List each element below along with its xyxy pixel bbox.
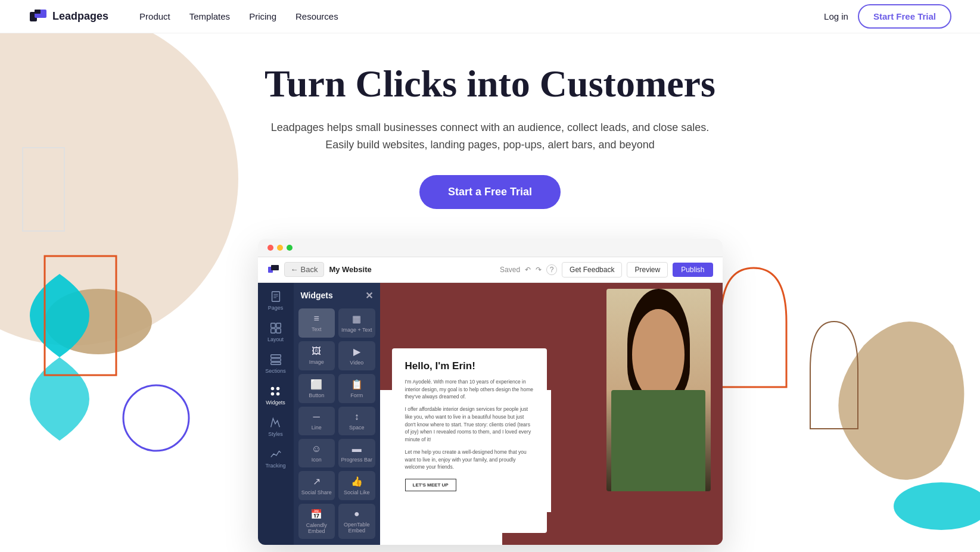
widget-line[interactable]: ─ Line [298, 407, 335, 435]
widget-video[interactable]: ▶ Video [338, 341, 375, 370]
widget-image-text[interactable]: ▦ Image + Text [338, 308, 375, 338]
image-text-widget-icon: ▦ [352, 313, 361, 325]
progress-bar-widget-icon: ▬ [352, 444, 362, 454]
browser-dots [267, 245, 293, 251]
tracking-icon [269, 448, 282, 461]
profile-photo [606, 289, 711, 491]
sidebar-widgets[interactable]: Widgets [266, 385, 285, 406]
dot-green [287, 245, 293, 251]
svg-point-5 [894, 482, 980, 530]
widget-social-share[interactable]: ↗ Social Share [298, 471, 335, 500]
svg-point-22 [271, 387, 275, 391]
svg-rect-19 [270, 355, 281, 358]
widget-space[interactable]: ↕ Space [338, 407, 375, 435]
logo-icon [29, 7, 48, 26]
site-name: My Website [329, 265, 371, 274]
help-icon[interactable]: ? [546, 264, 557, 275]
nav-start-free-trial-button[interactable]: Start Free Trial [858, 4, 951, 29]
sidebar-styles[interactable]: Styles [268, 416, 283, 437]
nav-resources[interactable]: Resources [288, 7, 346, 26]
svg-rect-15 [270, 323, 275, 328]
photo-bg [606, 289, 711, 491]
widget-button[interactable]: ⬜ Button [298, 374, 335, 403]
editor-actions: Saved ↶ ↷ ? Get Feedback Preview Publish [500, 262, 713, 277]
nav-templates[interactable]: Templates [182, 7, 237, 26]
svg-rect-11 [272, 292, 279, 302]
hello-card-title: Hello, I'm Erin! [405, 360, 534, 372]
widgets-panel: Widgets ✕ ≡ Text ▦ Image + Text [294, 283, 380, 545]
para-3: Let me help you create a well-designed h… [405, 448, 534, 471]
nav-right: Log in Start Free Trial [824, 4, 951, 29]
back-button[interactable]: ← Back [284, 262, 325, 277]
dot-red [267, 245, 273, 251]
widgets-header: Widgets ✕ [298, 290, 375, 301]
body [611, 390, 705, 491]
editor-body: Pages Layout [258, 283, 723, 545]
svg-rect-16 [276, 323, 280, 328]
login-link[interactable]: Log in [824, 11, 848, 21]
browser-mockup: ← Back My Website Saved ↶ ↷ ? Get Feedba… [258, 239, 723, 545]
sections-icon [269, 353, 282, 366]
social-like-widget-icon: 👍 [351, 476, 363, 487]
sidebar-tracking[interactable]: Tracking [265, 448, 285, 469]
page-layout: Hello, I'm Erin! I'm Ayodelé. With more … [380, 283, 723, 545]
widget-calendly[interactable]: 📅 Calendly Embed [298, 504, 335, 539]
image-widget-icon: 🖼 [312, 346, 321, 357]
get-feedback-button[interactable]: Get Feedback [562, 262, 622, 277]
hero-subtitle: Leadpages helps small businesses connect… [12, 119, 968, 154]
text-widget-icon: ≡ [314, 313, 319, 324]
sidebar-layout[interactable]: Layout [267, 322, 284, 342]
back-arrow-icon: ← [291, 265, 298, 274]
opentable-widget-icon: ● [354, 509, 360, 519]
button-widget-icon: ⬜ [310, 379, 322, 390]
hello-card: Hello, I'm Erin! I'm Ayodelé. With more … [392, 348, 547, 533]
widget-opentable[interactable]: ● OpenTable Embed [338, 504, 375, 539]
hero-title: Turn Clicks into Customers [12, 63, 968, 105]
line-widget-icon: ─ [313, 411, 320, 422]
pages-icon [269, 290, 282, 303]
icon-widget-icon: ☺ [312, 444, 321, 454]
widget-text[interactable]: ≡ Text [298, 308, 335, 338]
close-icon[interactable]: ✕ [365, 290, 373, 301]
layout-icon [269, 322, 282, 335]
widget-form[interactable]: 📋 Form [338, 374, 375, 403]
hero-cta-button[interactable]: Start a Free Trial [419, 175, 561, 209]
widgets-grid: ≡ Text ▦ Image + Text 🖼 Image [298, 308, 375, 539]
saved-status: Saved [500, 266, 520, 274]
nav-product[interactable]: Product [132, 7, 178, 26]
svg-point-1 [45, 289, 152, 354]
widget-social-like[interactable]: 👍 Social Like [338, 471, 375, 500]
lets-meet-button[interactable]: LET'S MEET UP [405, 479, 456, 491]
svg-point-24 [271, 392, 275, 396]
widget-image[interactable]: 🖼 Image [298, 341, 335, 370]
sidebar-pages[interactable]: Pages [268, 290, 284, 311]
space-widget-icon: ↕ [354, 411, 359, 422]
svg-rect-18 [276, 329, 280, 333]
editor-toolbar: ← Back My Website Saved ↶ ↷ ? Get Feedba… [258, 257, 723, 283]
page-preview: Hello, I'm Erin! I'm Ayodelé. With more … [380, 283, 723, 545]
svg-point-4 [123, 385, 189, 451]
logo[interactable]: Leadpages [29, 7, 108, 26]
calendly-widget-icon: 📅 [310, 509, 322, 520]
browser-chrome [258, 239, 723, 257]
widget-icon[interactable]: ☺ Icon [298, 439, 335, 467]
video-widget-icon: ▶ [353, 346, 360, 357]
publish-button[interactable]: Publish [673, 263, 713, 277]
social-share-widget-icon: ↗ [313, 476, 321, 487]
widget-progress-bar[interactable]: ▬ Progress Bar [338, 439, 375, 467]
sidebar-sections[interactable]: Sections [265, 353, 286, 374]
nav-pricing[interactable]: Pricing [242, 7, 284, 26]
form-widget-icon: 📋 [351, 379, 363, 390]
navigation: Leadpages Product Templates Pricing Reso… [0, 0, 980, 33]
svg-rect-21 [270, 363, 281, 365]
nav-links: Product Templates Pricing Resources [132, 7, 824, 26]
dot-yellow [277, 245, 283, 251]
svg-point-25 [276, 392, 280, 396]
svg-point-23 [276, 387, 280, 391]
leadpages-small-icon [267, 264, 279, 276]
undo-icon[interactable]: ↶ [525, 266, 531, 274]
redo-icon[interactable]: ↷ [536, 266, 542, 274]
face [632, 309, 685, 400]
styles-icon [269, 416, 282, 429]
preview-button[interactable]: Preview [627, 262, 668, 277]
